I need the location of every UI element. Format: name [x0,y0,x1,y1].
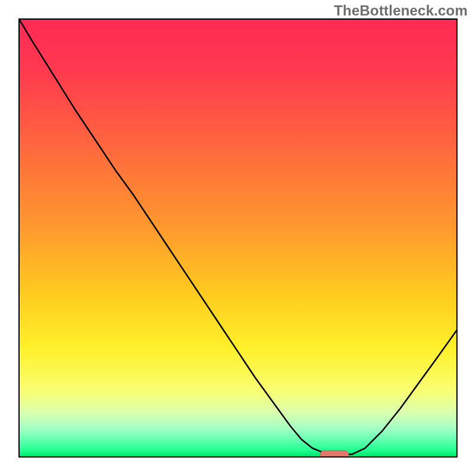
chart-svg [0,0,476,476]
plot-background [19,19,457,457]
optimal-marker [320,450,349,459]
bottleneck-chart: TheBottleneck.com [0,0,476,476]
watermark-text: TheBottleneck.com [334,2,468,19]
